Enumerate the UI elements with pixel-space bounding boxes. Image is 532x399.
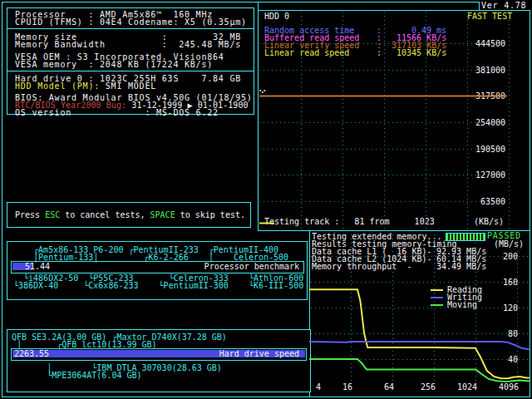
key-name: SPACE	[150, 210, 175, 219]
hdd-stat-label: Linear read speed	[264, 49, 349, 57]
info-divider-2	[7, 71, 254, 71]
hdd-random-access-marker	[264, 90, 265, 91]
screen-border-left	[2, 2, 2, 397]
info-line: Memory Bandwidth : 245.48 MB/s	[15, 41, 241, 49]
memory-series-moving	[309, 359, 530, 382]
info-line: HDD Model (PM): SMI MODEL	[15, 82, 156, 91]
hdd-random-access-marker	[259, 90, 261, 91]
benchmark-scale-row: │ ┌QFB lct10(13.99 GB)	[12, 341, 157, 349]
drive-benchmark-panel: 2263.55 Hard drive speed QFB SE3.2A(3.00…	[7, 329, 311, 392]
benchmark-scale-row: └MPE3064AT(6.04 GB)	[12, 372, 142, 380]
info-divider-1	[7, 28, 254, 29]
drive-benchmark-bar: 2263.55 Hard drive speed	[11, 348, 307, 361]
info-text-segment: VESA memory : 2048 KB (17224 KB/s)	[15, 60, 213, 69]
screen-border-top	[2, 2, 479, 2]
drive-benchmark-title: Hard drive speed	[219, 350, 299, 358]
memory-result-value: 34.49 MB/s	[436, 263, 486, 271]
key-name: ESC	[45, 210, 60, 219]
processor-benchmark-title: Processor benchmark	[204, 263, 299, 271]
benchmark-scale-row: │Pentium-133│ ┌K6-2-266 │ Celeron-500	[13, 254, 288, 262]
processor-benchmark-panel: 51.44 Processor benchmark ┌Am5x86-133 P6…	[7, 241, 308, 300]
info-text-segment: HDD Model (PM):	[15, 81, 100, 91]
info-text-segment: SMI MODEL	[100, 81, 156, 91]
info-text-segment: CPUID (TFMS) : 04E4 Codename: X5 (0.35µm…	[15, 17, 247, 27]
hdd-stat-value: 10345 KB/s	[397, 49, 446, 57]
screen-border-bottom	[2, 397, 530, 397]
hdd-stat-colon: :	[377, 49, 382, 57]
processor-benchmark-score: 51.44	[25, 263, 50, 271]
info-line: CPUID (TFMS) : 04E4 Codename: X5 (0.35µm…	[15, 18, 247, 27]
test-control-hint: Press ESC to cancel tests, SPACE to skip…	[15, 211, 245, 219]
hint-text: to cancel tests,	[60, 210, 150, 219]
test-control-hint-box: Press ESC to cancel tests, SPACE to skip…	[7, 202, 251, 228]
info-line: OS version : MS-DOS 6.22	[15, 109, 219, 117]
processor-benchmark-bar: 51.44 Processor benchmark	[11, 261, 304, 273]
drive-benchmark-score: 2263.55	[14, 350, 49, 358]
info-text-segment: Memory Bandwidth : 245.48 MB/s	[15, 40, 241, 49]
hint-text: to skip test.	[175, 210, 245, 219]
hint-text: Press	[15, 210, 45, 219]
hdd-random-access-marker	[262, 91, 264, 93]
info-line: VESA memory : 2048 KB (17224 KB/s)	[15, 61, 213, 69]
memory-result-label: Memory throughput -	[312, 263, 411, 271]
info-text-segment: OS version : MS-DOS 6.22	[15, 108, 219, 117]
benchmark-scale-row: └386DX-40 └Cx6x86-233 └PentiumII-300 └K6…	[13, 282, 303, 290]
memory-series-reading	[309, 289, 530, 378]
screen-border-notch	[479, 2, 480, 10]
version-label: Ver 4.78	[481, 2, 526, 10]
system-info-panel: Processor : AMD Am5x86™ 160 MHzCPUID (TF…	[7, 7, 254, 115]
speedsys-screen: Ver 4.78 Processor : AMD Am5x86™ 160 MHz…	[0, 0, 532, 399]
